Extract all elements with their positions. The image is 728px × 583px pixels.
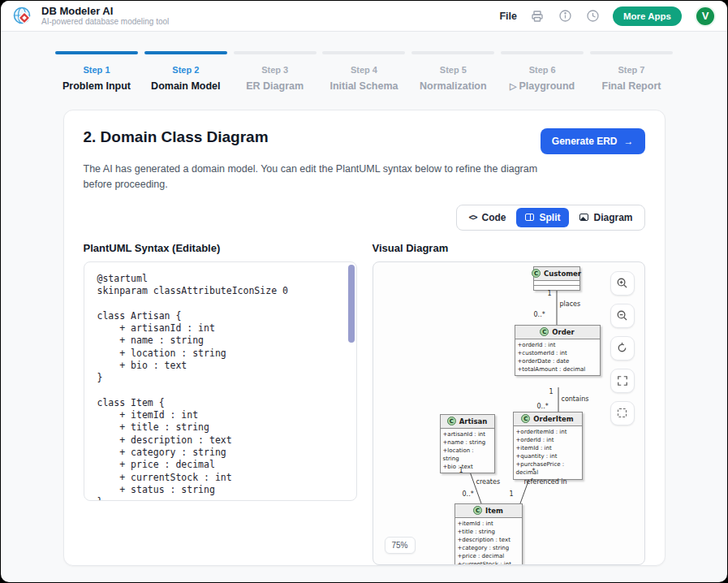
class-icon: C [473,506,482,515]
attribute: +orderId : int [516,436,579,444]
step-domain-model[interactable]: Step 2 Domain Model [144,51,227,92]
step-problem-input[interactable]: Step 1 Problem Input [55,51,138,92]
attribute: +description : text [458,536,519,544]
editor-heading: PlantUML Syntax (Editable) [84,242,357,254]
attribute: +customerId : int [518,349,597,357]
step-progress-bar [411,51,494,54]
app-window: DB Modeler AI AI-powered database modeli… [1,1,727,582]
multiplicity-label: 0..* [463,490,474,498]
reset-view-button[interactable] [610,336,635,361]
arrow-right-icon: → [624,136,634,147]
attribute: +bio : text [443,463,492,471]
step-number: Step 5 [411,65,494,75]
attribute: +name : string [443,438,492,447]
step-label: Normalization [411,80,494,92]
more-apps-button[interactable]: More Apps [613,6,682,26]
step-label: ER Diagram [234,80,317,92]
uml-class-item[interactable]: CItem +itemId : int +title : string +des… [454,503,523,565]
attribute: +location : string [443,447,492,463]
app-logo-icon [12,6,33,27]
step-final-report[interactable]: Step 7 Final Report [590,51,673,92]
view-diagram-button[interactable]: Diagram [571,208,641,227]
uml-class-artisan[interactable]: CArtisan +artisanId : int +name : string… [440,414,495,474]
zoom-out-button[interactable] [610,304,635,328]
step-label: Problem Input [55,80,138,92]
brand-block: DB Modeler AI AI-powered database modeli… [41,6,169,27]
step-progress-bar [501,51,584,54]
app-header: DB Modeler AI AI-powered database modeli… [1,1,727,32]
step-label: Initial Schema [322,80,405,92]
attribute: +price : decimal [458,552,519,560]
user-avatar[interactable]: V [695,6,716,27]
step-label: ▷Playground [501,80,584,92]
attribute: +itemId : int [516,444,579,452]
info-icon[interactable] [558,9,572,24]
attribute: +totalAmount : decimal [518,365,597,374]
step-progress-bar [55,51,138,54]
diagram-heading: Visual Diagram [373,242,645,254]
edge-label-creates: creates [476,478,501,486]
uml-class-orderitem[interactable]: COrderItem +orderItemId : int +orderId :… [513,412,583,480]
image-icon [579,214,588,221]
generate-erd-button[interactable]: Generate ERD→ [541,128,645,154]
step-normalization[interactable]: Step 5 Normalization [411,51,494,92]
diagram-controls [610,271,635,425]
step-er-diagram[interactable]: Step 3 ER Diagram [234,51,317,92]
attribute: +currentStock : int [458,560,519,564]
view-mode-toggle: <> Code Split Diagram [456,205,644,231]
plantuml-code[interactable]: @startuml skinparam classAttributeIconSi… [84,262,356,501]
panel-description: The AI has generated a domain model. You… [84,162,542,193]
zoom-level-badge: 75% [385,537,416,554]
step-number: Step 1 [55,65,138,75]
step-progress-bar [234,51,317,54]
step-progress-bar [144,51,227,54]
attribute: +orderDate : date [518,357,597,365]
view-code-button[interactable]: <> Code [459,208,515,227]
edge-label-contains: contains [562,395,589,403]
attribute: +itemId : int [458,520,519,528]
step-number: Step 4 [322,65,405,75]
play-icon: ▷ [510,81,516,91]
class-icon: C [447,417,456,425]
step-playground[interactable]: Step 6 ▷Playground [501,51,584,92]
multiplicity-label: 1 [549,388,554,395]
step-number: Step 3 [234,65,317,75]
code-icon: <> [468,213,476,222]
editor-scrollbar[interactable] [348,265,355,343]
domain-model-panel: 2. Domain Class Diagram Generate ERD→ Th… [63,110,666,566]
class-icon: C [532,269,541,278]
attribute: +title : string [458,528,519,536]
attribute: +orderItemId : int [516,428,579,436]
fit-to-screen-button[interactable] [610,401,635,425]
split-icon [525,214,534,221]
edge-label-places: places [560,300,581,308]
class-icon: C [540,327,549,336]
step-number: Step 7 [590,65,673,75]
multiplicity-label: 1 [510,490,514,498]
uml-class-customer[interactable]: CCustomer [533,266,580,291]
step-progress-bar [322,51,405,54]
step-number: Step 6 [501,65,584,75]
diagram-canvas[interactable]: CCustomer COrder +orderId : int +custome… [373,261,645,565]
history-icon[interactable] [585,9,600,24]
attribute: +artisanId : int [443,430,492,438]
multiplicity-label: 1 [548,290,552,297]
step-progress-bar [590,51,673,54]
step-label: Final Report [590,80,673,92]
file-menu[interactable]: File [499,11,517,22]
step-number: Step 2 [144,65,227,75]
step-label: Domain Model [144,80,227,92]
plantuml-editor[interactable]: @startuml skinparam classAttributeIconSi… [84,261,357,501]
multiplicity-label: * [532,468,536,475]
empty-compartment [534,285,579,290]
attribute: +purchasePrice : decimal [516,460,579,477]
multiplicity-label: 1 [459,467,463,474]
uml-class-order[interactable]: COrder +orderId : int +customerId : int … [515,325,601,377]
app-title: DB Modeler AI [41,6,169,18]
edge-label-referenced-in: referenced in [524,478,567,486]
fullscreen-button[interactable] [610,369,635,393]
print-icon[interactable] [530,9,545,24]
zoom-in-button[interactable] [610,271,635,296]
step-initial-schema[interactable]: Step 4 Initial Schema [322,51,405,92]
view-split-button[interactable]: Split [516,208,569,227]
